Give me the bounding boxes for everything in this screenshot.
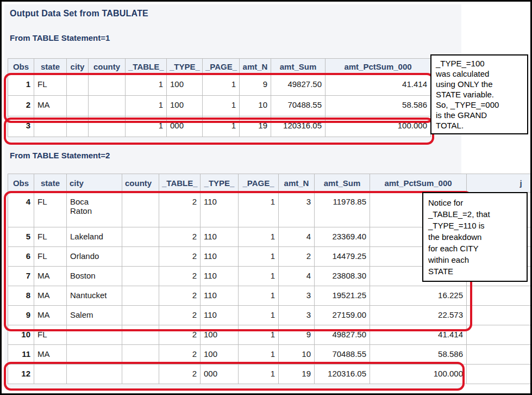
obs-cell: 3 (8, 116, 34, 137)
table-cell: 1 (239, 247, 279, 267)
table-cell: 10 (279, 345, 315, 365)
table-cell: FL (34, 325, 67, 345)
table-row: 2MA110011070488.5558.586 (8, 96, 431, 116)
table-row: 1FL11001949827.5041.414 (8, 75, 431, 96)
table-cell: 100 (201, 325, 239, 345)
table-cell (122, 247, 159, 267)
table-cell: MA (34, 96, 67, 116)
table-cell: 1 (126, 96, 167, 116)
section-label-table-statement-2: From TABLE Statement=2 (10, 151, 110, 160)
obs-cell: 11 (8, 345, 34, 365)
table-cell: 1 (239, 193, 279, 227)
obs-cell: 5 (8, 227, 34, 247)
table-cell (467, 365, 532, 384)
obs-cell: 8 (8, 286, 34, 306)
table-cell: 9 (279, 325, 315, 345)
table-cell: 70488.55 (315, 345, 370, 365)
column-header: _PAGE_ (203, 59, 240, 75)
obs-cell: 10 (8, 325, 34, 345)
table-cell: 2 (159, 345, 201, 365)
table-cell: Lakeland (67, 227, 122, 247)
obs-cell: 9 (8, 306, 34, 325)
table-cell (467, 345, 532, 365)
table-cell: 11978.85 (315, 193, 370, 227)
table-cell: 27159.00 (315, 306, 370, 325)
annotation-callout-type100: _TYPE_=100 was calculated using ONLY the… (430, 54, 528, 134)
table-cell (34, 365, 67, 384)
table-cell (122, 286, 159, 306)
column-header: Obs (8, 174, 34, 193)
column-header: amt_PctSum_000 (326, 59, 431, 75)
table-cell: 000 (167, 116, 203, 137)
table-row: 31000119120316.05100.000 (8, 116, 431, 137)
table-cell (467, 325, 532, 345)
table-cell: 1 (203, 116, 240, 137)
table-cell (122, 306, 159, 325)
table-cell: 23808.30 (315, 267, 370, 286)
table-cell: 1 (126, 75, 167, 96)
table-cell: Boston (67, 267, 122, 286)
table-cell: 4 (279, 267, 315, 286)
column-header: _TABLE_ (159, 174, 201, 193)
table-cell: 1 (239, 267, 279, 286)
column-header: amt_N (240, 59, 271, 75)
table-cell: MA (34, 345, 67, 365)
screenshot-frame: Output Data Set from TABULATE From TABLE… (0, 0, 532, 395)
table-cell: FL (34, 227, 67, 247)
table-cell: 110 (201, 306, 239, 325)
obs-cell: 1 (8, 75, 34, 96)
table-cell (122, 227, 159, 247)
table-row: 9MASalem21101327159.0022.573 (8, 306, 532, 325)
table-cell: 000 (201, 365, 239, 384)
table-cell: 2 (279, 247, 315, 267)
table-cell: Orlando (67, 247, 122, 267)
table-cell: 110 (201, 227, 239, 247)
table-cell: MA (34, 306, 67, 325)
table-cell: 1 (126, 116, 167, 137)
table-cell: 4 (279, 227, 315, 247)
table-cell: 10 (240, 96, 271, 116)
table-cell: 19 (279, 365, 315, 384)
obs-cell: 6 (8, 247, 34, 267)
table-cell: 2 (159, 193, 201, 227)
table-cell: 120316.05 (271, 116, 326, 137)
table-cell: 1 (203, 75, 240, 96)
table-row: 11MA210011070488.5558.586 (8, 345, 532, 365)
table-cell: 110 (201, 193, 239, 227)
header-row: Obsstatecitycounty_TABLE__TYPE__PAGE_amt… (8, 59, 431, 75)
table-cell: 2 (159, 286, 201, 306)
column-header: amt_Sum (315, 174, 370, 193)
table-cell: FL (34, 193, 67, 227)
table-cell: 100 (167, 75, 203, 96)
table-row: 122000119120316.05100.000 (8, 365, 532, 384)
obs-cell: 12 (8, 365, 34, 384)
table-cell: 9 (240, 75, 271, 96)
table-cell: 2 (159, 306, 201, 325)
section-label-table-statement-1: From TABLE Statement=1 (10, 33, 110, 42)
table-cell: FL (34, 247, 67, 267)
table-cell (89, 96, 126, 116)
header-row: Obsstatecitycounty_TABLE__TYPE__PAGE_amt… (8, 174, 532, 193)
table-cell (67, 365, 122, 384)
table-cell: 2 (159, 267, 201, 286)
table-cell: 2 (159, 227, 201, 247)
column-header: amt_Sum (271, 59, 326, 75)
table-cell: 58.586 (326, 96, 431, 116)
table-cell: FL (34, 75, 67, 96)
table-cell (122, 345, 159, 365)
table-cell: 1 (239, 227, 279, 247)
table-cell: 110 (201, 247, 239, 267)
table-cell: 1 (239, 365, 279, 384)
table-cell: 58.586 (370, 345, 467, 365)
table-cell: 1 (239, 345, 279, 365)
table-cell: 41.414 (326, 75, 431, 96)
column-header: amt_N (279, 174, 315, 193)
page-title: Output Data Set from TABULATE (10, 9, 148, 18)
table-cell: 100 (201, 345, 239, 365)
table-cell (122, 365, 159, 384)
table-cell: 19521.25 (315, 286, 370, 306)
table-cell (67, 345, 122, 365)
table-cell: 14479.25 (315, 247, 370, 267)
table-cell: 2 (159, 247, 201, 267)
table-cell: MA (34, 267, 67, 286)
